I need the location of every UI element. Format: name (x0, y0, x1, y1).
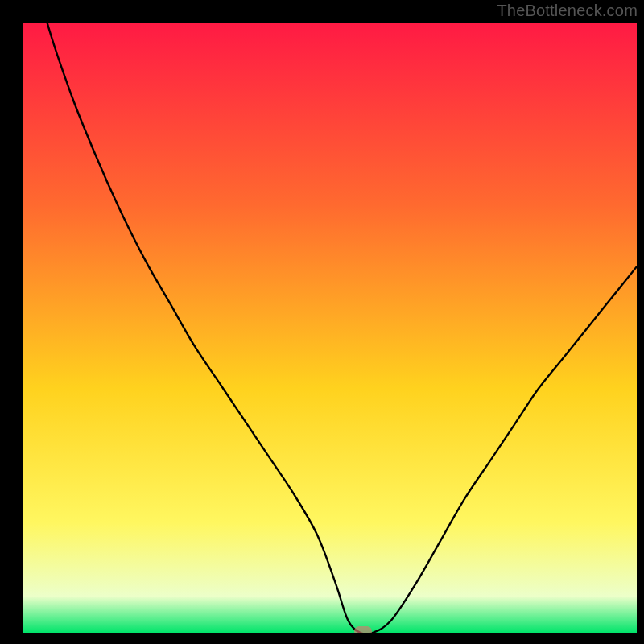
chart-frame: TheBottleneck.com (0, 0, 644, 644)
plot-area (23, 23, 637, 633)
watermark-text: TheBottleneck.com (497, 2, 638, 20)
gradient-background (23, 23, 637, 633)
chart-svg (23, 23, 637, 633)
optimum-marker (354, 626, 372, 633)
